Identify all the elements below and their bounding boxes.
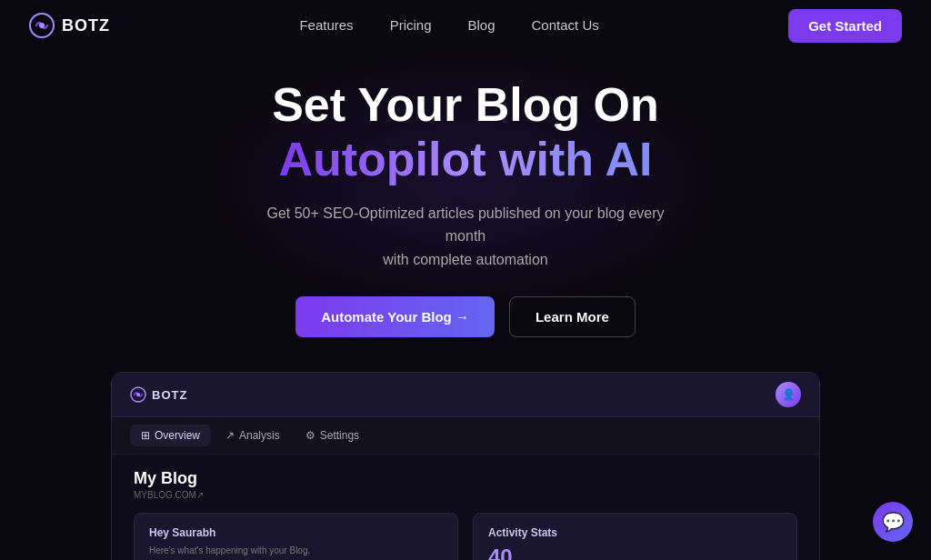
hero-subtext: Get 50+ SEO-Optimized articles published…	[247, 202, 684, 272]
dashboard-logo: BOTZ	[130, 386, 187, 403]
dashboard-content: My Blog MYBLOG.COM↗ Hey Saurabh Here's w…	[112, 455, 819, 560]
blog-url-text: MYBLOG.COM↗	[134, 490, 204, 500]
nav-features[interactable]: Features	[299, 17, 353, 33]
tab-overview[interactable]: ⊞ Overview	[130, 425, 211, 446]
hero-section: Set Your Blog On Autopilot with AI Get 5…	[0, 51, 931, 355]
user-avatar[interactable]: 👤	[776, 382, 801, 407]
automate-button[interactable]: Automate Your Blog →	[295, 296, 495, 337]
nav-blog[interactable]: Blog	[467, 17, 495, 33]
settings-icon: ⚙	[305, 429, 315, 442]
stats-card-title: Activity Stats	[488, 526, 782, 539]
hero-headline-line1: Set Your Blog On	[272, 78, 659, 131]
blog-title: My Blog	[134, 469, 797, 488]
tab-settings[interactable]: ⚙ Settings	[295, 425, 370, 446]
tab-settings-label: Settings	[320, 429, 359, 442]
svg-point-3	[136, 393, 140, 396]
dashboard-topbar: BOTZ 👤	[112, 373, 819, 417]
logo-text: BOTZ	[62, 16, 110, 35]
dashboard-cards: Hey Saurabh Here's what's happening with…	[134, 513, 797, 560]
nav-contact[interactable]: Contact Us	[532, 17, 599, 33]
chat-icon: 💬	[882, 511, 905, 533]
dashboard-preview: BOTZ 👤 ⊞ Overview ↗ Analysis ⚙ Settings …	[111, 372, 820, 560]
welcome-card: Hey Saurabh Here's what's happening with…	[134, 513, 458, 560]
analysis-icon: ↗	[225, 429, 235, 442]
tab-analysis-label: Analysis	[239, 429, 280, 442]
dashboard-tabs: ⊞ Overview ↗ Analysis ⚙ Settings	[112, 417, 819, 455]
hero-buttons: Automate Your Blog → Learn More	[295, 296, 636, 337]
learn-more-button[interactable]: Learn More	[509, 296, 636, 337]
welcome-card-title: Hey Saurabh	[149, 526, 443, 539]
logo[interactable]: BOTZ	[29, 13, 110, 38]
stats-card-number: 40	[488, 545, 782, 560]
hero-headline-line2: Autopilot with AI	[278, 133, 652, 185]
chat-button[interactable]: 💬	[873, 502, 913, 542]
get-started-button[interactable]: Get Started	[788, 9, 902, 43]
navbar: BOTZ Features Pricing Blog Contact Us Ge…	[0, 0, 931, 51]
blog-url: MYBLOG.COM↗	[134, 490, 797, 500]
svg-point-1	[39, 23, 45, 28]
nav-pricing[interactable]: Pricing	[390, 17, 432, 33]
overview-icon: ⊞	[141, 429, 150, 442]
dashboard-logo-text: BOTZ	[152, 388, 187, 402]
stats-card: Activity Stats 40	[473, 513, 797, 560]
tab-analysis[interactable]: ↗ Analysis	[215, 425, 291, 446]
tab-overview-label: Overview	[155, 429, 200, 442]
logo-icon	[29, 13, 55, 38]
dashboard-logo-icon	[130, 386, 146, 403]
welcome-card-subtitle: Here's what's happening with your Blog.	[149, 545, 443, 557]
hero-headline: Set Your Blog On Autopilot with AI	[272, 78, 659, 187]
nav-links: Features Pricing Blog Contact Us	[299, 17, 598, 34]
avatar-icon: 👤	[782, 388, 796, 401]
